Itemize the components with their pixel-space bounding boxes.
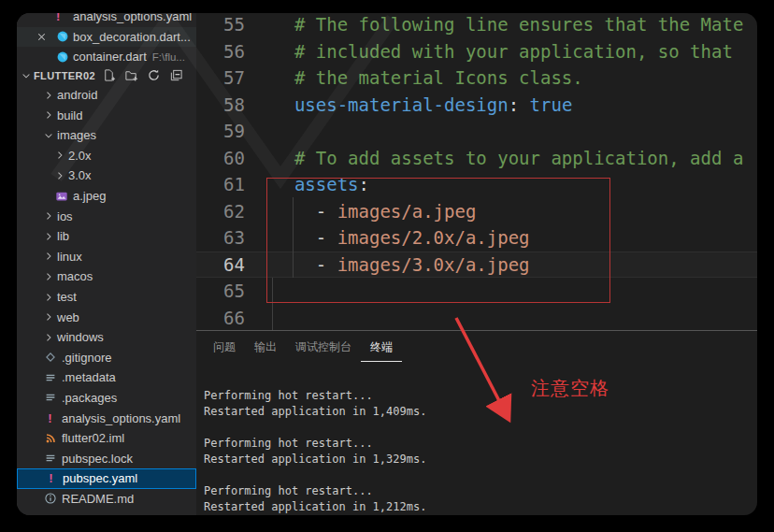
tree-item-label: 2.0x [68, 149, 92, 163]
lines-icon [44, 371, 57, 384]
open-editor-path: F:\flu... [152, 51, 185, 63]
tree-item-windows[interactable]: windows [17, 327, 196, 348]
line-code: - images/2.0x/a.jpeg [273, 224, 530, 252]
tree-item-label: .packages [62, 391, 117, 405]
tree-item-analysis-options-yaml[interactable]: !analysis_options.yaml [17, 408, 196, 428]
panel-tabs: 问题输出调试控制台终端 [196, 331, 757, 362]
chevron-right-icon [43, 332, 54, 343]
tree-item--metadata[interactable]: .metadata [17, 367, 196, 388]
yaml-bang-icon: ! [56, 13, 60, 22]
tree-item-pubspec-yaml[interactable]: !pubspec.yaml [17, 468, 196, 489]
section-label: FLUTTER02 [34, 70, 95, 81]
tree-item-label: build [57, 108, 82, 122]
tree-item-test[interactable]: test [17, 287, 196, 308]
editor-line-61[interactable]: 61 assets: [196, 171, 757, 198]
lines-icon [44, 391, 57, 404]
open-editor-item[interactable]: !analysis_options.yaml [17, 13, 196, 27]
terminal-output[interactable]: Performing hot restart... Restarted appl… [204, 388, 757, 515]
lines-icon [43, 371, 57, 384]
line-code: # The following line ensures that the Ma… [273, 13, 743, 38]
dart-icon [56, 50, 69, 64]
tree-item-images[interactable]: images [17, 125, 196, 146]
chevron-down-icon [21, 70, 32, 81]
tree-item-pubspec-lock[interactable]: pubspec.lock [17, 448, 196, 468]
open-editor-item[interactable]: container.dartF:\flu... [17, 47, 196, 67]
tree-item-label: flutter02.iml [62, 431, 124, 445]
tree-item-label: pubspec.lock [62, 452, 133, 466]
tree-item-macos[interactable]: macos [17, 266, 196, 287]
panel-tab-terminal-active[interactable]: 终端 [361, 331, 402, 362]
editor-line-62[interactable]: 62 - images/a.jpeg [196, 198, 757, 225]
chevron-right-icon [43, 231, 54, 242]
new-file-icon[interactable] [102, 68, 116, 82]
line-code: uses-material-design: true [273, 92, 572, 119]
editor-line-57[interactable]: 57 # the material Icons class. [196, 65, 757, 92]
tree-item-3-0x[interactable]: 3.0x [17, 165, 196, 186]
new-folder-icon[interactable] [124, 68, 138, 82]
open-editors-list: !analysis_options.yamlbox_decoration.dar… [17, 13, 196, 67]
indent-guide [272, 278, 273, 331]
tree-item-label: pubspec.yaml [63, 471, 137, 485]
explorer-section-header[interactable]: FLUTTER02 [17, 67, 196, 85]
tree-item-label: .metadata [62, 370, 116, 384]
tree-item-web[interactable]: web [17, 307, 196, 327]
line-number: 65 [196, 278, 245, 305]
line-number: 60 [196, 145, 245, 172]
tree-item-lib[interactable]: lib [17, 226, 196, 247]
refresh-icon[interactable] [147, 68, 161, 82]
tree-item-a-jpeg[interactable]: a.jpeg [17, 186, 196, 207]
tree-item-label: web [57, 310, 79, 324]
close-icon[interactable] [36, 31, 48, 43]
line-number: 64 [196, 252, 245, 279]
editor-line-60[interactable]: 60 # To add assets to your application, … [196, 145, 757, 172]
close-slot [17, 31, 56, 43]
tree-item-label: windows [57, 330, 104, 344]
tree-item--gitignore[interactable]: .gitignore [17, 348, 196, 368]
diamond-icon [44, 351, 57, 364]
tree-item--packages[interactable]: .packages [17, 388, 196, 409]
collapse-all-icon[interactable] [169, 68, 183, 82]
file-tree: androidbuildimages2.0x3.0xa.jpegioslibli… [17, 85, 196, 509]
tree-item-flutter02-iml[interactable]: flutter02.iml [17, 428, 196, 449]
tree-item-android[interactable]: android [17, 85, 196, 106]
editor-line-65[interactable]: 65 [196, 278, 757, 305]
tree-item-ios[interactable]: ios [17, 206, 196, 226]
open-editor-item[interactable]: box_decoration.dart... [17, 27, 196, 48]
line-code: - images/3.0x/a.jpeg [273, 252, 530, 279]
line-number: 66 [196, 305, 245, 332]
editor-line-66[interactable]: 66 [196, 305, 757, 332]
tree-item-linux[interactable]: linux [17, 247, 196, 267]
editor-line-64[interactable]: 64 - images/3.0x/a.jpeg [196, 252, 757, 279]
panel-tab-item[interactable]: 问题 [204, 331, 245, 362]
tree-item-label: android [57, 88, 97, 102]
diamond-icon [43, 351, 57, 364]
chevron-right-icon [43, 210, 54, 222]
open-editor-label: box_decoration.dart... [73, 30, 191, 44]
explorer-sidebar: !analysis_options.yamlbox_decoration.dar… [17, 13, 196, 515]
tree-item-label: macos [57, 269, 93, 283]
vscode-window: !analysis_options.yamlbox_decoration.dar… [17, 13, 757, 515]
lines-icon [43, 391, 57, 404]
editor-line-58[interactable]: 58 uses-material-design: true [196, 92, 757, 119]
tree-item-label: README.md [62, 492, 134, 506]
screenshot-canvas: !analysis_options.yamlbox_decoration.dar… [0, 0, 774, 532]
editor-line-59[interactable]: 59 [196, 118, 757, 145]
editor-and-panel: 55 # The following line ensures that the… [196, 13, 757, 515]
line-number: 62 [196, 198, 245, 225]
editor-line-55[interactable]: 55 # The following line ensures that the… [196, 13, 757, 38]
editor-line-56[interactable]: 56 # included with your application, so … [196, 38, 757, 65]
yaml-bang-icon: ! [49, 472, 52, 484]
yaml-bang-icon: ! [48, 412, 51, 424]
panel-tab-item[interactable]: 调试控制台 [286, 331, 361, 362]
tree-item-label: ios [57, 209, 73, 223]
code-editor[interactable]: 55 # The following line ensures that the… [196, 13, 757, 331]
tree-item-label: linux [57, 250, 82, 264]
line-code: # To add assets to your application, add… [273, 145, 743, 172]
tree-item-2-0x[interactable]: 2.0x [17, 146, 196, 166]
chevron-right-icon [43, 90, 54, 101]
editor-line-63[interactable]: 63 - images/2.0x/a.jpeg [196, 224, 757, 252]
tree-item-build[interactable]: build [17, 105, 196, 125]
tree-item-readme-md[interactable]: README.md [17, 489, 196, 510]
panel-tab-item[interactable]: 输出 [245, 331, 286, 362]
info-icon [43, 492, 57, 505]
